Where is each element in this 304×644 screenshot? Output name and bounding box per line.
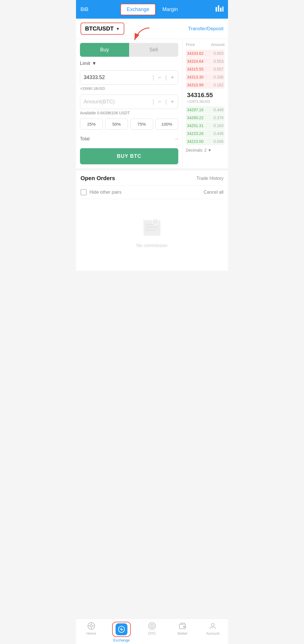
price-plus-btn[interactable]: +: [167, 71, 178, 84]
hide-pairs-group: Hide other pairs: [81, 189, 121, 195]
pair-label: BTC/USDT: [85, 25, 114, 32]
empty-orders-state: + + No commission: [81, 199, 223, 271]
price-usd-approx: ≈33990.18USD: [80, 86, 178, 91]
trade-history-link[interactable]: Trade History: [197, 176, 223, 181]
trade-left-panel: Buy Sell Limit ▼ | − | + ≈33990.18USD | …: [76, 39, 183, 168]
buy-btc-button[interactable]: BUY BTC: [80, 148, 178, 164]
margin-nav-btn[interactable]: Margin: [157, 4, 184, 15]
svg-text:+: +: [159, 229, 161, 234]
cancel-all-link[interactable]: Cancel all: [204, 190, 223, 195]
svg-rect-1: [218, 5, 219, 12]
app-logo: BiB: [81, 6, 88, 12]
buy-order-row: 34223.26 0.445: [186, 130, 225, 137]
hide-pairs-checkbox[interactable]: [81, 189, 87, 195]
current-price-usd: ≈33973.38USD: [187, 100, 210, 104]
svg-rect-2: [220, 8, 222, 12]
current-price: 34316.55: [187, 91, 223, 99]
total-row: Total --: [80, 134, 178, 144]
pct-100-btn[interactable]: 100%: [155, 119, 178, 130]
svg-point-11: [155, 222, 156, 223]
buy-sell-tabs: Buy Sell: [80, 43, 178, 57]
sell-tab[interactable]: Sell: [129, 43, 178, 57]
amount-input[interactable]: [80, 95, 153, 109]
decimals-label: Decimals: 2: [186, 148, 207, 152]
price-input[interactable]: [80, 71, 153, 84]
svg-rect-7: [146, 227, 158, 228]
pct-75-btn[interactable]: 75%: [130, 119, 153, 130]
sub-header: BTC/USDT ▼ Transfer/Deposit: [76, 19, 228, 39]
svg-rect-8: [146, 230, 157, 231]
buy-order-row: 34260.22 0.378: [186, 114, 225, 121]
chart-icon[interactable]: [216, 5, 223, 13]
decimals-arrow: ▼: [208, 148, 212, 152]
buy-order-row: 34223.00 0.045: [186, 138, 225, 145]
amount-input-group: | − | +: [80, 95, 178, 109]
svg-rect-3: [222, 6, 223, 12]
sell-order-row: 34324.64 0.553: [186, 58, 225, 65]
pair-dropdown-arrow: ▼: [116, 27, 120, 31]
price-header: Price: [186, 42, 195, 47]
exchange-nav-btn[interactable]: Exchange: [120, 4, 155, 15]
transfer-deposit-link[interactable]: Transfer/Deposit: [188, 26, 223, 32]
sell-order-row: 34333.62 0.003: [186, 50, 225, 57]
open-orders-section: Open Orders Trade History Hide other pai…: [76, 171, 228, 271]
amount-header: Amount: [211, 42, 225, 47]
buy-order-row: 34251.31 0.163: [186, 122, 225, 129]
sell-order-row: 34310.99 0.162: [186, 81, 225, 89]
price-minus-btn[interactable]: −: [154, 71, 165, 84]
amount-plus-btn[interactable]: +: [167, 96, 178, 108]
total-value: --: [175, 136, 178, 141]
current-price-box: 34316.55 ≈33973.38USD: [186, 89, 225, 106]
sell-order-row: 34313.30 0.330: [186, 73, 225, 81]
svg-rect-6: [146, 224, 154, 225]
empty-orders-icon: + +: [141, 216, 163, 239]
price-input-group: | − | +: [80, 70, 178, 85]
orders-filter: Hide other pairs Cancel all: [81, 185, 223, 199]
pct-50-btn[interactable]: 50%: [105, 119, 128, 130]
header: BiB Exchange Margin: [76, 0, 228, 19]
open-orders-title: Open Orders: [81, 175, 115, 182]
buy-order-row: 34297.16 0.449: [186, 106, 225, 113]
pair-selector[interactable]: BTC/USDT ▼: [81, 23, 124, 35]
empty-orders-text: No commission: [136, 243, 167, 248]
svg-text:+: +: [142, 218, 144, 222]
order-book-header: Price Amount: [186, 42, 225, 47]
available-text: Available 0.64396106 USDT: [80, 111, 178, 115]
buy-orders: 34297.16 0.449 34260.22 0.378 34251.31 0…: [186, 106, 225, 145]
decimals-selector[interactable]: Decimals: 2 ▼: [186, 148, 225, 152]
order-book-panel: Price Amount 34333.62 0.003 34324.64 0.5…: [183, 39, 228, 168]
percent-buttons: 25% 50% 75% 100%: [80, 119, 178, 130]
buy-tab[interactable]: Buy: [80, 43, 129, 57]
pct-25-btn[interactable]: 25%: [80, 119, 103, 130]
amount-minus-btn[interactable]: −: [154, 96, 165, 108]
order-type-label: Limit: [80, 61, 90, 66]
sell-orders: 34333.62 0.003 34324.64 0.553 34315.55 0…: [186, 50, 225, 89]
svg-rect-0: [216, 7, 217, 12]
total-label: Total: [80, 136, 90, 141]
orders-header: Open Orders Trade History: [81, 175, 223, 182]
header-nav: Exchange Margin: [120, 4, 183, 15]
order-type-arrow: ▼: [92, 61, 97, 66]
hide-pairs-label: Hide other pairs: [90, 190, 121, 195]
main-content: Buy Sell Limit ▼ | − | + ≈33990.18USD | …: [76, 39, 228, 168]
sell-order-row: 34315.55 0.557: [186, 66, 225, 73]
order-type-selector[interactable]: Limit ▼: [80, 61, 178, 66]
